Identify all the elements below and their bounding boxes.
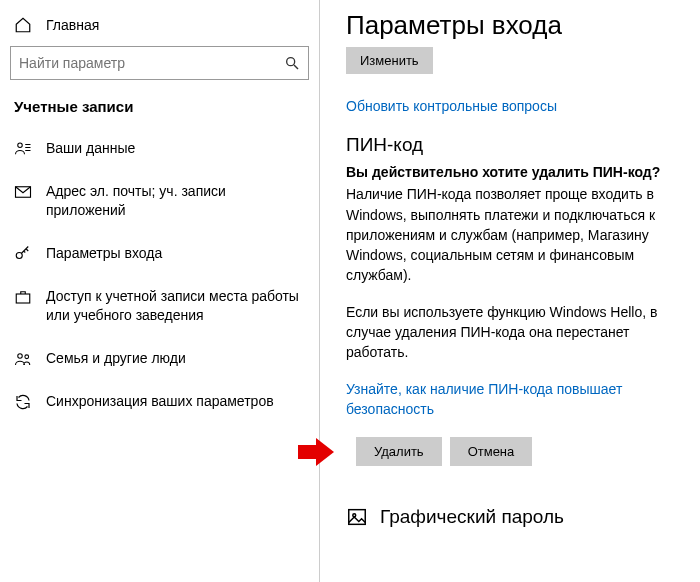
people-icon bbox=[14, 349, 32, 368]
person-icon bbox=[14, 139, 32, 158]
svg-point-9 bbox=[18, 353, 23, 358]
sidebar-item-sync[interactable]: Синхронизация ваших параметров bbox=[0, 380, 319, 423]
sidebar-item-email-accounts[interactable]: Адрес эл. почты; уч. записи приложений bbox=[0, 170, 319, 232]
delete-button[interactable]: Удалить bbox=[356, 437, 442, 466]
pin-description-2: Если вы используете функцию Windows Hell… bbox=[346, 302, 684, 363]
svg-line-1 bbox=[294, 65, 298, 69]
update-questions-link[interactable]: Обновить контрольные вопросы bbox=[346, 96, 684, 116]
sidebar-item-your-info[interactable]: Ваши данные bbox=[0, 127, 319, 170]
home-row[interactable]: Главная bbox=[0, 10, 319, 46]
home-label: Главная bbox=[46, 17, 99, 33]
picture-password-section: Графический пароль bbox=[346, 506, 684, 528]
sidebar-item-work-school[interactable]: Доступ к учетной записи места работы или… bbox=[0, 275, 319, 337]
section-title: Учетные записи bbox=[0, 98, 319, 127]
sidebar-item-family[interactable]: Семья и другие люди bbox=[0, 337, 319, 380]
svg-point-7 bbox=[16, 252, 22, 258]
main-content: Параметры входа Изменить Обновить контро… bbox=[320, 0, 700, 582]
learn-more-link[interactable]: Узнайте, как наличие ПИН-кода повышает б… bbox=[346, 379, 684, 420]
page-title: Параметры входа bbox=[346, 10, 684, 41]
svg-point-2 bbox=[18, 143, 23, 148]
picture-password-heading: Графический пароль bbox=[380, 506, 564, 528]
sidebar-item-signin-options[interactable]: Параметры входа bbox=[0, 232, 319, 275]
sync-icon bbox=[14, 392, 32, 411]
confirm-button-row: Удалить Отмена bbox=[326, 437, 684, 466]
sidebar-item-label: Ваши данные bbox=[46, 139, 135, 158]
cancel-button[interactable]: Отмена bbox=[450, 437, 533, 466]
search-input[interactable] bbox=[19, 55, 284, 71]
confirm-question: Вы действительно хотите удалить ПИН-код? bbox=[346, 164, 684, 180]
picture-icon bbox=[346, 506, 368, 528]
svg-point-0 bbox=[287, 58, 295, 66]
sidebar-item-label: Адрес эл. почты; уч. записи приложений bbox=[46, 182, 305, 220]
svg-rect-8 bbox=[16, 294, 30, 303]
sidebar-item-label: Семья и другие люди bbox=[46, 349, 186, 368]
svg-point-10 bbox=[25, 354, 29, 358]
sidebar-item-label: Синхронизация ваших параметров bbox=[46, 392, 274, 411]
briefcase-icon bbox=[14, 287, 32, 306]
sidebar-item-label: Параметры входа bbox=[46, 244, 162, 263]
pin-description-1: Наличие ПИН-кода позволяет проще входить… bbox=[346, 184, 684, 285]
home-icon bbox=[14, 16, 32, 34]
nav: Ваши данные Адрес эл. почты; уч. записи … bbox=[0, 127, 319, 423]
sidebar: Главная Учетные записи Ваши данные Адрес… bbox=[0, 0, 320, 582]
pin-heading: ПИН-код bbox=[346, 134, 684, 156]
search-icon bbox=[284, 55, 300, 71]
sidebar-item-label: Доступ к учетной записи места работы или… bbox=[46, 287, 305, 325]
search-box[interactable] bbox=[10, 46, 309, 80]
key-icon bbox=[14, 244, 32, 263]
change-button[interactable]: Изменить bbox=[346, 47, 433, 74]
svg-rect-11 bbox=[349, 510, 366, 525]
mail-icon bbox=[14, 182, 32, 201]
